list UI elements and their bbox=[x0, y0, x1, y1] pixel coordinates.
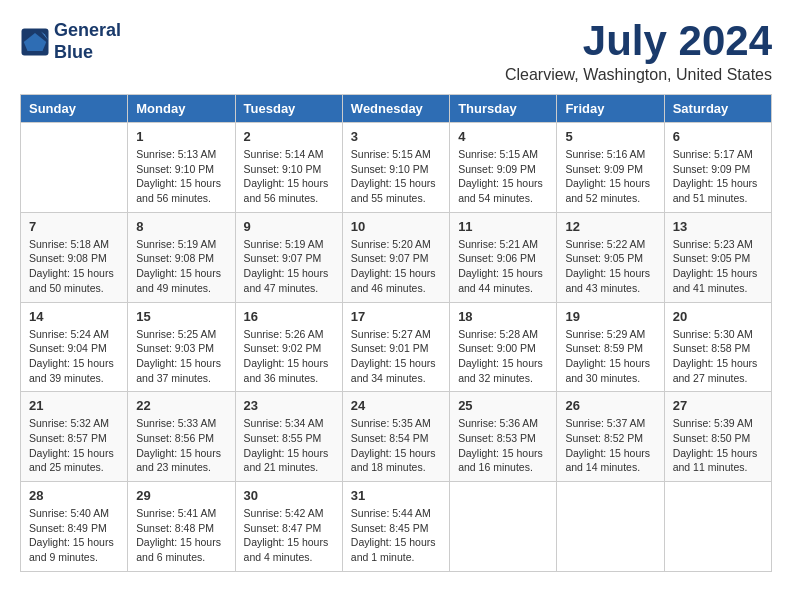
weekday-header-tuesday: Tuesday bbox=[235, 95, 342, 123]
weekday-header-friday: Friday bbox=[557, 95, 664, 123]
weekday-header-thursday: Thursday bbox=[450, 95, 557, 123]
calendar-cell: 20Sunrise: 5:30 AM Sunset: 8:58 PM Dayli… bbox=[664, 302, 771, 392]
calendar-cell: 16Sunrise: 5:26 AM Sunset: 9:02 PM Dayli… bbox=[235, 302, 342, 392]
day-number: 6 bbox=[673, 129, 763, 144]
calendar-cell: 19Sunrise: 5:29 AM Sunset: 8:59 PM Dayli… bbox=[557, 302, 664, 392]
day-number: 21 bbox=[29, 398, 119, 413]
day-info: Sunrise: 5:27 AM Sunset: 9:01 PM Dayligh… bbox=[351, 327, 441, 386]
day-info: Sunrise: 5:26 AM Sunset: 9:02 PM Dayligh… bbox=[244, 327, 334, 386]
calendar-cell: 12Sunrise: 5:22 AM Sunset: 9:05 PM Dayli… bbox=[557, 212, 664, 302]
calendar-cell: 18Sunrise: 5:28 AM Sunset: 9:00 PM Dayli… bbox=[450, 302, 557, 392]
day-info: Sunrise: 5:18 AM Sunset: 9:08 PM Dayligh… bbox=[29, 237, 119, 296]
day-info: Sunrise: 5:36 AM Sunset: 8:53 PM Dayligh… bbox=[458, 416, 548, 475]
day-number: 18 bbox=[458, 309, 548, 324]
day-info: Sunrise: 5:22 AM Sunset: 9:05 PM Dayligh… bbox=[565, 237, 655, 296]
day-info: Sunrise: 5:35 AM Sunset: 8:54 PM Dayligh… bbox=[351, 416, 441, 475]
calendar-week-row: 21Sunrise: 5:32 AM Sunset: 8:57 PM Dayli… bbox=[21, 392, 772, 482]
day-number: 26 bbox=[565, 398, 655, 413]
calendar-cell: 5Sunrise: 5:16 AM Sunset: 9:09 PM Daylig… bbox=[557, 123, 664, 213]
day-info: Sunrise: 5:19 AM Sunset: 9:08 PM Dayligh… bbox=[136, 237, 226, 296]
day-number: 25 bbox=[458, 398, 548, 413]
calendar-cell: 6Sunrise: 5:17 AM Sunset: 9:09 PM Daylig… bbox=[664, 123, 771, 213]
page-title: July 2024 bbox=[505, 20, 772, 62]
calendar-cell: 13Sunrise: 5:23 AM Sunset: 9:05 PM Dayli… bbox=[664, 212, 771, 302]
calendar-cell: 3Sunrise: 5:15 AM Sunset: 9:10 PM Daylig… bbox=[342, 123, 449, 213]
day-info: Sunrise: 5:24 AM Sunset: 9:04 PM Dayligh… bbox=[29, 327, 119, 386]
calendar-cell: 11Sunrise: 5:21 AM Sunset: 9:06 PM Dayli… bbox=[450, 212, 557, 302]
day-number: 16 bbox=[244, 309, 334, 324]
day-info: Sunrise: 5:19 AM Sunset: 9:07 PM Dayligh… bbox=[244, 237, 334, 296]
day-info: Sunrise: 5:33 AM Sunset: 8:56 PM Dayligh… bbox=[136, 416, 226, 475]
day-info: Sunrise: 5:21 AM Sunset: 9:06 PM Dayligh… bbox=[458, 237, 548, 296]
calendar-cell: 28Sunrise: 5:40 AM Sunset: 8:49 PM Dayli… bbox=[21, 482, 128, 572]
day-info: Sunrise: 5:15 AM Sunset: 9:10 PM Dayligh… bbox=[351, 147, 441, 206]
day-number: 14 bbox=[29, 309, 119, 324]
calendar-cell: 15Sunrise: 5:25 AM Sunset: 9:03 PM Dayli… bbox=[128, 302, 235, 392]
day-number: 1 bbox=[136, 129, 226, 144]
day-info: Sunrise: 5:16 AM Sunset: 9:09 PM Dayligh… bbox=[565, 147, 655, 206]
calendar-cell: 21Sunrise: 5:32 AM Sunset: 8:57 PM Dayli… bbox=[21, 392, 128, 482]
day-info: Sunrise: 5:14 AM Sunset: 9:10 PM Dayligh… bbox=[244, 147, 334, 206]
day-number: 19 bbox=[565, 309, 655, 324]
calendar-week-row: 7Sunrise: 5:18 AM Sunset: 9:08 PM Daylig… bbox=[21, 212, 772, 302]
day-info: Sunrise: 5:32 AM Sunset: 8:57 PM Dayligh… bbox=[29, 416, 119, 475]
day-info: Sunrise: 5:15 AM Sunset: 9:09 PM Dayligh… bbox=[458, 147, 548, 206]
calendar-cell: 9Sunrise: 5:19 AM Sunset: 9:07 PM Daylig… bbox=[235, 212, 342, 302]
day-number: 4 bbox=[458, 129, 548, 144]
weekday-header-row: SundayMondayTuesdayWednesdayThursdayFrid… bbox=[21, 95, 772, 123]
day-info: Sunrise: 5:25 AM Sunset: 9:03 PM Dayligh… bbox=[136, 327, 226, 386]
weekday-header-saturday: Saturday bbox=[664, 95, 771, 123]
calendar-table: SundayMondayTuesdayWednesdayThursdayFrid… bbox=[20, 94, 772, 572]
day-number: 10 bbox=[351, 219, 441, 234]
day-number: 13 bbox=[673, 219, 763, 234]
day-number: 23 bbox=[244, 398, 334, 413]
weekday-header-monday: Monday bbox=[128, 95, 235, 123]
calendar-cell: 22Sunrise: 5:33 AM Sunset: 8:56 PM Dayli… bbox=[128, 392, 235, 482]
day-info: Sunrise: 5:29 AM Sunset: 8:59 PM Dayligh… bbox=[565, 327, 655, 386]
day-number: 2 bbox=[244, 129, 334, 144]
logo: General Blue bbox=[20, 20, 121, 63]
title-section: July 2024 Clearview, Washington, United … bbox=[505, 20, 772, 84]
day-info: Sunrise: 5:42 AM Sunset: 8:47 PM Dayligh… bbox=[244, 506, 334, 565]
day-number: 5 bbox=[565, 129, 655, 144]
calendar-cell: 1Sunrise: 5:13 AM Sunset: 9:10 PM Daylig… bbox=[128, 123, 235, 213]
page-subtitle: Clearview, Washington, United States bbox=[505, 66, 772, 84]
calendar-cell: 25Sunrise: 5:36 AM Sunset: 8:53 PM Dayli… bbox=[450, 392, 557, 482]
day-info: Sunrise: 5:20 AM Sunset: 9:07 PM Dayligh… bbox=[351, 237, 441, 296]
page-header: General Blue July 2024 Clearview, Washin… bbox=[20, 20, 772, 84]
calendar-cell: 24Sunrise: 5:35 AM Sunset: 8:54 PM Dayli… bbox=[342, 392, 449, 482]
day-number: 30 bbox=[244, 488, 334, 503]
calendar-cell: 4Sunrise: 5:15 AM Sunset: 9:09 PM Daylig… bbox=[450, 123, 557, 213]
day-info: Sunrise: 5:41 AM Sunset: 8:48 PM Dayligh… bbox=[136, 506, 226, 565]
calendar-week-row: 1Sunrise: 5:13 AM Sunset: 9:10 PM Daylig… bbox=[21, 123, 772, 213]
day-number: 28 bbox=[29, 488, 119, 503]
calendar-cell: 30Sunrise: 5:42 AM Sunset: 8:47 PM Dayli… bbox=[235, 482, 342, 572]
logo-icon bbox=[20, 27, 50, 57]
day-info: Sunrise: 5:13 AM Sunset: 9:10 PM Dayligh… bbox=[136, 147, 226, 206]
day-number: 22 bbox=[136, 398, 226, 413]
calendar-week-row: 14Sunrise: 5:24 AM Sunset: 9:04 PM Dayli… bbox=[21, 302, 772, 392]
calendar-cell bbox=[450, 482, 557, 572]
calendar-cell: 14Sunrise: 5:24 AM Sunset: 9:04 PM Dayli… bbox=[21, 302, 128, 392]
calendar-cell bbox=[21, 123, 128, 213]
day-info: Sunrise: 5:30 AM Sunset: 8:58 PM Dayligh… bbox=[673, 327, 763, 386]
calendar-cell: 10Sunrise: 5:20 AM Sunset: 9:07 PM Dayli… bbox=[342, 212, 449, 302]
day-number: 27 bbox=[673, 398, 763, 413]
day-number: 12 bbox=[565, 219, 655, 234]
calendar-cell: 17Sunrise: 5:27 AM Sunset: 9:01 PM Dayli… bbox=[342, 302, 449, 392]
day-info: Sunrise: 5:23 AM Sunset: 9:05 PM Dayligh… bbox=[673, 237, 763, 296]
day-number: 11 bbox=[458, 219, 548, 234]
day-number: 17 bbox=[351, 309, 441, 324]
calendar-cell: 31Sunrise: 5:44 AM Sunset: 8:45 PM Dayli… bbox=[342, 482, 449, 572]
calendar-cell: 26Sunrise: 5:37 AM Sunset: 8:52 PM Dayli… bbox=[557, 392, 664, 482]
logo-text: General Blue bbox=[54, 20, 121, 63]
day-number: 9 bbox=[244, 219, 334, 234]
day-number: 8 bbox=[136, 219, 226, 234]
calendar-week-row: 28Sunrise: 5:40 AM Sunset: 8:49 PM Dayli… bbox=[21, 482, 772, 572]
day-info: Sunrise: 5:34 AM Sunset: 8:55 PM Dayligh… bbox=[244, 416, 334, 475]
day-info: Sunrise: 5:37 AM Sunset: 8:52 PM Dayligh… bbox=[565, 416, 655, 475]
weekday-header-sunday: Sunday bbox=[21, 95, 128, 123]
day-number: 15 bbox=[136, 309, 226, 324]
day-info: Sunrise: 5:17 AM Sunset: 9:09 PM Dayligh… bbox=[673, 147, 763, 206]
calendar-cell: 29Sunrise: 5:41 AM Sunset: 8:48 PM Dayli… bbox=[128, 482, 235, 572]
